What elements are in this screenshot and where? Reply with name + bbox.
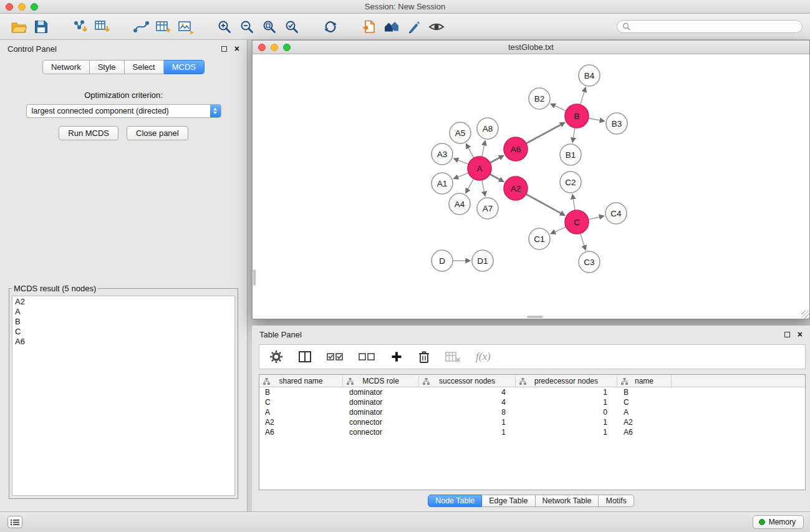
node-C4[interactable]: C4: [605, 203, 627, 224]
float-panel-icon[interactable]: [221, 46, 227, 52]
delete-row-button[interactable]: [418, 350, 430, 364]
cell[interactable]: [672, 407, 805, 417]
result-item-a6[interactable]: A6: [15, 337, 232, 347]
cell[interactable]: connector: [343, 427, 419, 437]
node-A2[interactable]: A2: [504, 177, 528, 200]
edge-A6-B[interactable]: [526, 123, 564, 143]
tab-node-table[interactable]: Node Table: [428, 495, 482, 507]
table-float-panel-icon[interactable]: [784, 332, 790, 337]
cell[interactable]: 4: [419, 397, 516, 407]
criterion-select[interactable]: largest connected component (directed): [26, 104, 221, 118]
vertical-scrollbar-thumb[interactable]: [253, 269, 256, 286]
cell[interactable]: 1: [419, 417, 516, 427]
cell[interactable]: A6: [259, 427, 343, 437]
edge-A2-C[interactable]: [526, 194, 565, 215]
column-header-successor-nodes[interactable]: successor nodes: [419, 375, 516, 387]
node-C2[interactable]: C2: [560, 172, 581, 193]
node-B2[interactable]: B2: [529, 88, 550, 109]
tab-network[interactable]: Network: [42, 60, 90, 74]
edge-A-A1[interactable]: [454, 173, 468, 178]
close-panel-button[interactable]: Close panel: [127, 126, 188, 140]
open-session-button[interactable]: [7, 16, 30, 37]
show-columns-button[interactable]: [298, 350, 312, 364]
node-C1[interactable]: C1: [529, 228, 550, 249]
table-settings-button[interactable]: [269, 350, 283, 364]
result-item-b[interactable]: B: [15, 317, 232, 327]
edge-A-A2[interactable]: [490, 174, 504, 181]
tab-network-table[interactable]: Network Table: [536, 495, 599, 507]
node-A6[interactable]: A6: [504, 137, 528, 161]
apply-layout-button[interactable]: [319, 16, 342, 37]
edge-C-C1[interactable]: [551, 227, 566, 234]
new-table-button[interactable]: [152, 16, 175, 37]
select-all-button[interactable]: [327, 351, 344, 363]
mcds-result-list[interactable]: A2ABCA6: [12, 296, 235, 496]
resize-grip[interactable]: [801, 311, 809, 319]
node-A8[interactable]: A8: [477, 118, 498, 139]
edge-A-A5[interactable]: [466, 144, 474, 158]
node-A[interactable]: A: [468, 157, 491, 180]
add-row-button[interactable]: [390, 351, 403, 363]
tab-motifs[interactable]: Motifs: [599, 495, 634, 507]
edge-B-B1[interactable]: [572, 128, 575, 142]
cell[interactable]: dominator: [343, 407, 419, 417]
cell[interactable]: C: [617, 397, 672, 407]
memory-button[interactable]: Memory: [753, 515, 804, 529]
table-row-a[interactable]: Adominator80A: [259, 407, 805, 417]
cell[interactable]: 4: [419, 387, 516, 397]
tab-mcds[interactable]: MCDS: [164, 60, 205, 74]
node-D[interactable]: D: [432, 250, 453, 271]
table-row-a6[interactable]: A6connector11A6: [259, 427, 805, 437]
network-close-button[interactable]: [258, 44, 266, 51]
result-item-a[interactable]: A: [15, 307, 232, 317]
home-button[interactable]: [380, 16, 403, 37]
node-A7[interactable]: A7: [477, 198, 498, 219]
column-header-predecessor-nodes[interactable]: predecessor nodes: [516, 375, 617, 387]
close-panel-icon[interactable]: ×: [234, 46, 239, 52]
save-session-button[interactable]: [30, 16, 52, 37]
column-header-name[interactable]: name: [617, 375, 672, 387]
tab-edge-table[interactable]: Edge Table: [482, 495, 535, 507]
column-header-mcds-role[interactable]: MCDS role: [343, 375, 419, 387]
edge-C-C2[interactable]: [572, 195, 575, 210]
network-canvas[interactable]: AA2A6BCA1A3A4A5A7A8B1B2B3B4C1C2C3C4DD1: [253, 54, 809, 319]
new-network-button[interactable]: [130, 16, 152, 37]
zoom-window-button[interactable]: [31, 3, 38, 11]
cell[interactable]: 1: [516, 387, 617, 397]
show-hide-panels-button[interactable]: [7, 516, 22, 528]
delete-table-button[interactable]: [445, 351, 461, 363]
node-B[interactable]: B: [565, 104, 589, 128]
node-B1[interactable]: B1: [560, 144, 581, 165]
cell[interactable]: 1: [516, 397, 617, 407]
close-window-button[interactable]: [6, 3, 13, 11]
tab-style[interactable]: Style: [90, 60, 125, 74]
cell[interactable]: A2: [617, 417, 672, 427]
cell[interactable]: C: [259, 397, 343, 407]
cell[interactable]: [672, 387, 805, 397]
node-A5[interactable]: A5: [450, 122, 471, 143]
edge-B-B2[interactable]: [551, 104, 566, 111]
cell[interactable]: connector: [343, 417, 419, 427]
edge-B-B3[interactable]: [589, 118, 604, 122]
cell[interactable]: 8: [419, 407, 516, 417]
network-minimize-button[interactable]: [271, 44, 278, 51]
edge-A-A6[interactable]: [490, 156, 503, 163]
cell[interactable]: [672, 417, 805, 427]
export-image-button[interactable]: [175, 16, 197, 37]
node-C3[interactable]: C3: [579, 251, 600, 273]
cell[interactable]: A2: [259, 417, 343, 427]
node-B3[interactable]: B3: [606, 113, 627, 134]
edge-A-A3[interactable]: [454, 158, 468, 164]
search-box[interactable]: [617, 20, 803, 33]
edge-B-B4[interactable]: [581, 88, 586, 105]
cell[interactable]: B: [617, 387, 672, 397]
node-A4[interactable]: A4: [449, 193, 470, 215]
minimize-window-button[interactable]: [18, 3, 26, 11]
edge-A-A7[interactable]: [482, 180, 485, 196]
edge-A-A4[interactable]: [466, 179, 474, 193]
node-A3[interactable]: A3: [432, 143, 453, 165]
table-row-b[interactable]: Bdominator41B: [259, 387, 805, 397]
cell[interactable]: [672, 397, 805, 407]
edge-A-A8[interactable]: [482, 141, 485, 157]
cell[interactable]: 1: [419, 427, 516, 437]
